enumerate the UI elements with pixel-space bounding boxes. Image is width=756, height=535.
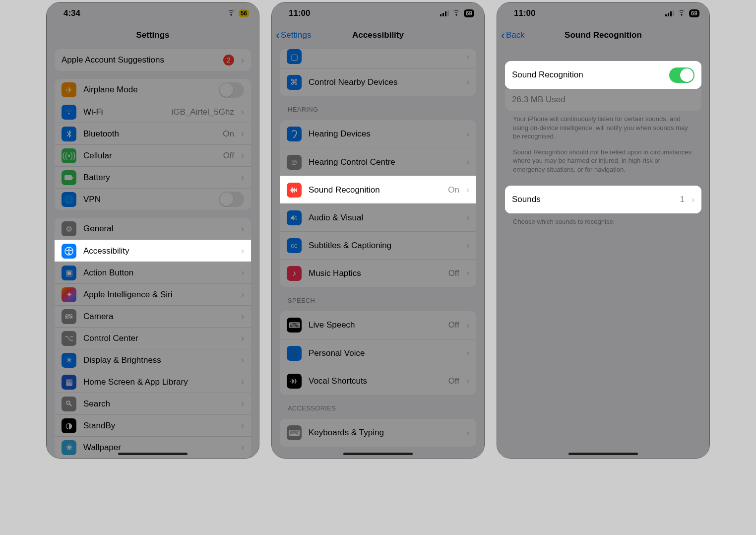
section-header: SPEECH <box>272 287 484 307</box>
page-title: Sound Recognition <box>565 30 642 40</box>
chevron-right-icon: › <box>466 185 469 195</box>
row-label: Display & Brightness <box>83 355 234 365</box>
battery-row[interactable]: Battery › <box>55 166 251 188</box>
row-label: Control Center <box>83 334 234 343</box>
switches-icon: ⌥ <box>62 331 76 346</box>
airplane-toggle[interactable] <box>219 82 244 98</box>
hearing-devices-row[interactable]: Hearing Devices › <box>280 120 476 148</box>
wifi-icon <box>62 105 76 120</box>
row-label: Camera <box>83 312 234 322</box>
status-bar: 11:00 69 <box>272 2 484 24</box>
row-label: Audio & Visual <box>309 213 459 223</box>
home-indicator[interactable] <box>568 453 638 455</box>
home-screen-row[interactable]: ▦ Home Screen & App Library › <box>55 371 251 393</box>
battery-icon: 56 <box>239 9 249 17</box>
badge: 2 <box>223 55 234 66</box>
vpn-row[interactable]: 🌐 VPN <box>55 188 251 210</box>
sound-recognition-toggle[interactable] <box>669 67 694 83</box>
search-row[interactable]: 🔍︎ Search › <box>55 393 251 414</box>
svg-rect-9 <box>668 13 669 16</box>
apple-account-suggestions-row[interactable]: Apple Account Suggestions 2 › <box>55 49 251 71</box>
row-label: Music Haptics <box>309 268 441 278</box>
bluetooth-row[interactable]: Bluetooth On › <box>55 123 251 144</box>
chevron-right-icon: › <box>466 348 469 358</box>
back-button[interactable]: ‹ Back <box>501 28 525 42</box>
flower-icon: ❀ <box>62 440 76 455</box>
subtitles-row[interactable]: ㏄ Subtitles & Captioning › <box>280 231 476 259</box>
row-label: Hearing Devices <box>309 129 459 139</box>
action-button-row[interactable]: ▣ Action Button › <box>55 262 251 283</box>
chevron-right-icon: › <box>466 268 469 278</box>
partial-row[interactable]: ▢ › <box>280 49 476 68</box>
svg-rect-0 <box>64 175 72 180</box>
back-button[interactable]: ‹ Settings <box>276 28 311 42</box>
row-value: On <box>448 185 459 195</box>
sound-wave-icon <box>287 183 302 198</box>
row-label: Sounds <box>512 195 673 204</box>
row-label: General <box>83 224 234 234</box>
siri-icon: ✦ <box>62 287 76 302</box>
apps-grid-icon: ▦ <box>62 375 76 390</box>
sounds-row[interactable]: Sounds 1 › <box>505 186 701 213</box>
accessibility-screen: 11:00 69 ‹ Settings Accessibility ▢ › <box>271 2 485 459</box>
home-indicator[interactable] <box>118 453 188 455</box>
row-label: Personal Voice <box>309 348 459 358</box>
ear-icon <box>287 127 302 141</box>
status-bar: 11:00 69 <box>497 2 709 24</box>
row-value: Off <box>448 268 459 278</box>
unknown-icon: ▢ <box>287 49 302 64</box>
row-label: Subtitles & Captioning <box>309 241 459 251</box>
row-value: 1 <box>680 195 685 204</box>
cellular-row[interactable]: ((•)) Cellular Off › <box>55 144 251 166</box>
section-header: HEARING <box>272 96 484 116</box>
camera-row[interactable]: 📷︎ Camera › <box>55 305 251 327</box>
row-label: Search <box>83 399 234 409</box>
wifi-row[interactable]: Wi-Fi iGB_Airtel_5Ghz › <box>55 101 251 123</box>
gear-icon: ⚙︎ <box>62 221 76 236</box>
keyboards-typing-row[interactable]: ⌨︎ Keyboards & Typing › <box>280 419 476 447</box>
row-label: Control Nearby Devices <box>309 77 459 87</box>
clock: 11:00 <box>514 8 535 18</box>
globe-icon: 🌐 <box>62 192 76 207</box>
control-center-row[interactable]: ⌥ Control Center › <box>55 327 251 349</box>
vocal-shortcuts-row[interactable]: Vocal Shortcuts Off › <box>280 367 476 395</box>
navbar: ‹ Back Sound Recognition <box>497 24 709 46</box>
control-nearby-devices-row[interactable]: ⌘ Control Nearby Devices › <box>280 68 476 96</box>
wifi-icon <box>452 9 461 18</box>
audio-visual-row[interactable]: 🔊︎ Audio & Visual › <box>280 203 476 231</box>
airplane-mode-row[interactable]: ✈︎ Airplane Mode <box>55 79 251 101</box>
chevron-right-icon: › <box>241 268 244 278</box>
accessibility-row[interactable]: Accessibility › <box>55 240 251 262</box>
chevron-left-icon: ‹ <box>276 28 280 42</box>
hearing-control-centre-row[interactable]: ⎚ Hearing Control Centre › <box>280 148 476 176</box>
keyboard-icon: ⌨︎ <box>287 425 302 440</box>
voice-icon: 👤 <box>287 346 302 361</box>
live-speech-row[interactable]: ⌨︎ Live Speech Off › <box>280 311 476 339</box>
cellular-bars-icon <box>440 9 449 18</box>
cellular-bars-icon <box>665 9 674 18</box>
home-indicator[interactable] <box>343 453 413 455</box>
display-brightness-row[interactable]: ☀︎ Display & Brightness › <box>55 349 251 371</box>
row-label: Sound Recognition <box>309 185 441 195</box>
settings-screen: 4:34 56 Settings Apple Account Suggestio… <box>46 2 259 459</box>
battery-icon <box>62 170 76 185</box>
apple-intelligence-row[interactable]: ✦ Apple Intelligence & Siri › <box>55 283 251 305</box>
sound-recognition-row[interactable]: Sound Recognition On › <box>280 176 476 203</box>
airplane-icon: ✈︎ <box>62 82 76 97</box>
music-haptics-row[interactable]: ♪ Music Haptics Off › <box>280 259 476 287</box>
chevron-right-icon: › <box>241 55 244 66</box>
svg-rect-4 <box>440 14 441 16</box>
sound-recognition-toggle-row[interactable]: Sound Recognition <box>505 61 701 89</box>
sun-icon: ☀︎ <box>62 353 76 368</box>
navbar: ‹ Settings Accessibility <box>272 24 484 46</box>
general-row[interactable]: ⚙︎ General › <box>55 218 251 240</box>
standby-row[interactable]: ◑ StandBy › <box>55 414 251 436</box>
broadcast-icon: ⌘ <box>287 75 302 90</box>
chevron-right-icon: › <box>466 376 469 386</box>
vpn-toggle[interactable] <box>219 192 244 207</box>
row-label: Wi-Fi <box>83 107 164 117</box>
waveform-icon <box>287 374 302 389</box>
chevron-right-icon: › <box>241 399 244 409</box>
personal-voice-row[interactable]: 👤 Personal Voice › <box>280 339 476 367</box>
svg-rect-11 <box>673 10 674 16</box>
